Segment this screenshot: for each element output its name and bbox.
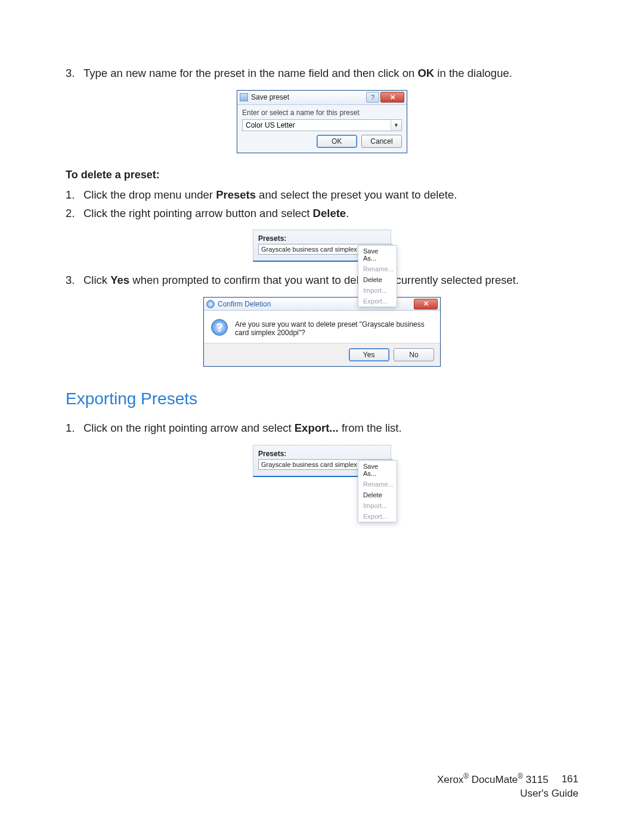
- step-delete-2: 2. Click the right pointing arrow button…: [66, 206, 578, 222]
- yes-button[interactable]: Yes: [349, 348, 389, 361]
- cancel-button[interactable]: Cancel: [361, 135, 402, 148]
- menu-export[interactable]: Export...: [358, 296, 397, 306]
- figure-confirm-deletion: Confirm Deletion ✕ ? Are you sure you wa…: [66, 297, 578, 367]
- footer-product-line: Xerox® DocuMate® 3115161: [437, 772, 578, 786]
- dialog-app-icon: [240, 93, 248, 101]
- dialog-instruction: Enter or select a name for this preset: [242, 109, 402, 117]
- preset-name-input[interactable]: [243, 120, 391, 131]
- figure-presets-menu-2: Save As... Rename... Delete Import... Ex…: [66, 445, 578, 477]
- help-button[interactable]: ?: [366, 92, 379, 103]
- menu-delete[interactable]: Delete: [358, 490, 397, 500]
- menu-save-as[interactable]: Save As...: [358, 461, 397, 479]
- ok-button[interactable]: OK: [317, 135, 357, 148]
- menu-rename[interactable]: Rename...: [358, 479, 397, 490]
- dialog-titlebar: Confirm Deletion ✕: [204, 298, 440, 311]
- dialog-app-icon: [206, 300, 215, 308]
- menu-rename[interactable]: Rename...: [358, 264, 397, 274]
- close-button[interactable]: ✕: [414, 299, 438, 309]
- question-icon: ?: [211, 319, 228, 336]
- presets-context-menu: Save As... Rename... Delete Import... Ex…: [358, 460, 397, 522]
- preset-name-combo[interactable]: ▼: [242, 119, 402, 131]
- step-delete-1: 1. Click the drop menu under Presets and…: [66, 187, 578, 203]
- menu-import[interactable]: Import...: [358, 500, 397, 511]
- step-export-1: 1. Click on the right pointing arrow and…: [66, 420, 578, 436]
- no-button[interactable]: No: [394, 348, 434, 361]
- subheading-delete: To delete a preset:: [66, 169, 578, 181]
- menu-import[interactable]: Import...: [358, 285, 397, 296]
- figure-presets-menu-1: Save As... Rename... Delete Import... Ex…: [66, 230, 578, 262]
- figure-save-preset: Save preset ? ✕ Enter or select a name f…: [66, 90, 578, 153]
- step-text: Type an new name for the preset in the n…: [83, 66, 578, 82]
- save-preset-dialog: Save preset ? ✕ Enter or select a name f…: [237, 90, 407, 153]
- confirm-deletion-dialog: Confirm Deletion ✕ ? Are you sure you wa…: [203, 297, 441, 367]
- menu-export[interactable]: Export...: [358, 511, 397, 522]
- presets-label: Presets:: [258, 234, 386, 243]
- dialog-title: Save preset: [251, 93, 366, 101]
- chevron-down-icon[interactable]: ▼: [391, 120, 401, 131]
- step-delete-3: 3. Click Yes when prompted to confirm th…: [66, 272, 578, 289]
- section-title-exporting: Exporting Presets: [66, 389, 578, 408]
- close-button[interactable]: ✕: [380, 92, 404, 103]
- step-rename-3: 3. Type an new name for the preset in th…: [66, 66, 578, 82]
- page-footer: Xerox® DocuMate® 3115161 User's Guide: [437, 772, 578, 801]
- menu-delete[interactable]: Delete: [358, 274, 397, 285]
- dialog-titlebar: Save preset ? ✕: [237, 91, 407, 105]
- menu-save-as[interactable]: Save As...: [358, 246, 397, 264]
- presets-context-menu: Save As... Rename... Delete Import... Ex…: [358, 245, 397, 307]
- presets-label: Presets:: [258, 450, 386, 458]
- footer-guide: User's Guide: [437, 786, 578, 801]
- page-number: 161: [562, 772, 578, 786]
- dialog-message: Are you sure you want to delete preset "…: [235, 319, 433, 337]
- step-number: 3.: [66, 66, 83, 82]
